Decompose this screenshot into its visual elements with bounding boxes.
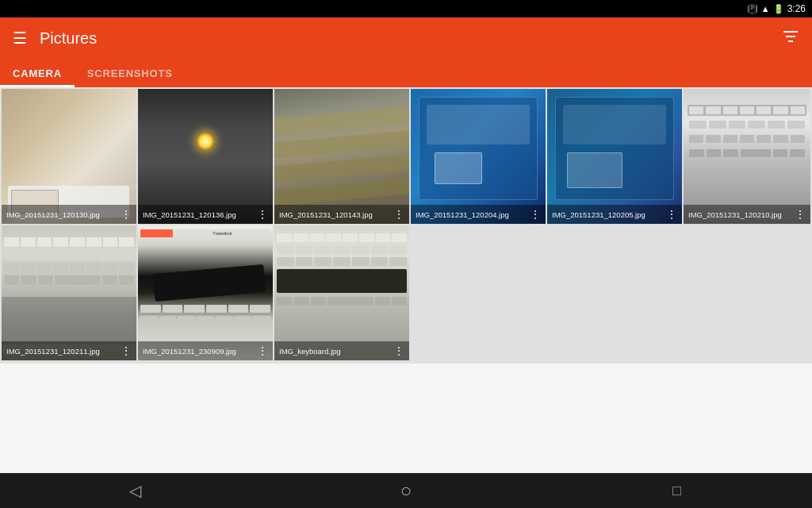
nav-bar: ◁ ○ □	[0, 473, 812, 508]
photo-label-1: IMG_20151231_120130.jpg	[6, 210, 100, 219]
photo-cell-2[interactable]: IMG_20151231_120136.jpg ⋮	[138, 89, 273, 224]
photo-label-6: IMG_20151231_120210.jpg	[688, 210, 782, 219]
tab-camera[interactable]: CAMERA	[0, 59, 75, 87]
photo-menu-8[interactable]: ⋮	[257, 344, 268, 357]
photo-menu-5[interactable]: ⋮	[666, 208, 677, 221]
photo-menu-9[interactable]: ⋮	[393, 344, 404, 357]
photo-menu-2[interactable]: ⋮	[257, 208, 268, 221]
battery-icon: 🔋	[773, 4, 784, 14]
app-title: Pictures	[40, 29, 97, 48]
recents-button[interactable]: □	[653, 473, 700, 508]
menu-icon[interactable]: ☰	[13, 29, 27, 48]
photo-label-8: IMG_20151231_230909.jpg	[143, 347, 236, 356]
photo-cell-5[interactable]: IMG_20151231_120205.jpg ⋮	[547, 89, 682, 224]
photo-menu-1[interactable]: ⋮	[121, 208, 132, 221]
home-button[interactable]: ○	[382, 473, 430, 508]
tab-screenshots[interactable]: SCREENSHOTS	[75, 59, 186, 87]
tab-screenshots-label: SCREENSHOTS	[87, 67, 173, 79]
photo-cell-6[interactable]: IMG_20151231_120210.jpg ⋮	[684, 89, 810, 224]
grid-row-2: IMG_20151231_120211.jpg ⋮ Tweetbot	[2, 225, 810, 360]
photo-menu-4[interactable]: ⋮	[530, 208, 541, 221]
app-bar: ☰ Pictures	[0, 17, 812, 59]
status-time: 3:26	[787, 3, 806, 14]
photo-label-9: IMG_keyboard.jpg	[279, 347, 341, 356]
photo-cell-4[interactable]: IMG_20151231_120204.jpg ⋮	[411, 89, 546, 224]
grid-row-1: IMG_20151231_120130.jpg ⋮ IMG_20151231_1…	[2, 89, 810, 224]
photo-label-5: IMG_20151231_120205.jpg	[552, 210, 645, 219]
photo-cell-8[interactable]: Tweetbot	[138, 225, 273, 360]
app-bar-left: ☰ Pictures	[13, 29, 97, 48]
tab-camera-label: CAMERA	[13, 67, 62, 79]
photo-cell-1[interactable]: IMG_20151231_120130.jpg ⋮	[2, 89, 136, 224]
photo-label-2: IMG_20151231_120136.jpg	[143, 210, 236, 219]
photo-cell-3[interactable]: IMG_20151231_120143.jpg ⋮	[274, 89, 409, 224]
back-button[interactable]: ◁	[112, 473, 159, 508]
photo-menu-7[interactable]: ⋮	[121, 344, 132, 357]
photo-label-3: IMG_20151231_120143.jpg	[279, 210, 373, 219]
photo-label-4: IMG_20151231_120204.jpg	[416, 210, 509, 219]
photo-label-7: IMG_20151231_120211.jpg	[6, 347, 100, 356]
status-icons: 📳 ▲ 🔋 3:26	[747, 3, 806, 14]
photo-menu-6[interactable]: ⋮	[795, 208, 806, 221]
photo-grid-container: IMG_20151231_120130.jpg ⋮ IMG_20151231_1…	[0, 87, 812, 364]
tabs-bar: CAMERA SCREENSHOTS	[0, 59, 812, 87]
photo-cell-7[interactable]: IMG_20151231_120211.jpg ⋮	[2, 225, 136, 360]
photo-menu-3[interactable]: ⋮	[393, 208, 404, 221]
filter-icon[interactable]	[782, 29, 799, 48]
back-icon: ◁	[129, 481, 141, 500]
photo-cell-9[interactable]: IMG_keyboard.jpg ⋮	[274, 225, 409, 360]
home-icon: ○	[400, 479, 412, 502]
vibrate-icon: 📳	[747, 4, 758, 14]
recents-icon: □	[672, 483, 681, 499]
status-bar: 📳 ▲ 🔋 3:26	[0, 0, 812, 17]
wifi-icon: ▲	[761, 4, 770, 13]
